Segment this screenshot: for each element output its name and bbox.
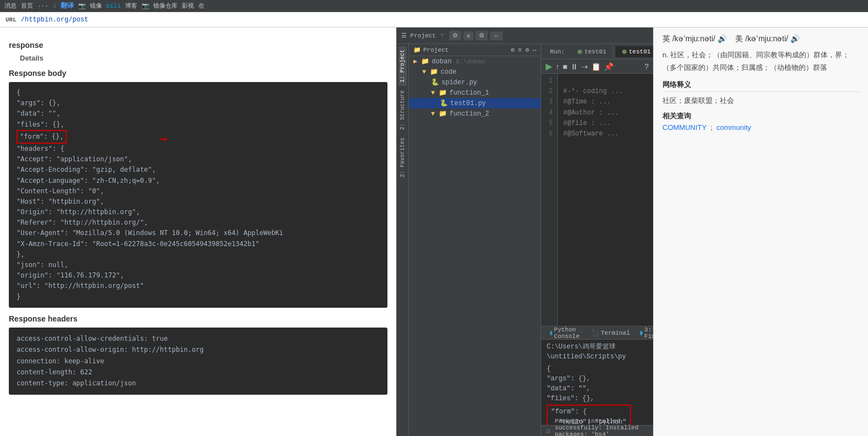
- py-dot-icon: [578, 50, 582, 54]
- code-line: "origin": "116.76.179.172",: [17, 270, 380, 281]
- code-line: "json": null,: [17, 260, 380, 270]
- topbar-item[interactable]: 在: [198, 2, 204, 10]
- run-controls: ▶ ↑ ■ ⏸ ⇢ 📋 📌 ?: [541, 59, 653, 74]
- network-def-text: 社区；废柴联盟；社会: [662, 94, 859, 107]
- related-section: 相关查询: [662, 111, 859, 121]
- editor-content-area: 1 2 3 4 5 6 #-*- coding ... #@Time : ...…: [541, 74, 653, 326]
- code-line: "args": {},: [17, 98, 380, 108]
- translate-icon[interactable]: ↓ 翻译: [53, 1, 74, 10]
- header-line: access-control-allow-credentials: true: [17, 333, 380, 344]
- code-line: "files": {},: [17, 119, 380, 130]
- find-tab[interactable]: 3: Find: [635, 325, 653, 341]
- code-line: "Accept-Encoding": "gzip, deflate",: [17, 165, 380, 175]
- run-line: "data": "",: [547, 384, 648, 394]
- ide-main: 1: Project 2: Structure 2: Favorites 📁 P…: [397, 44, 653, 436]
- run-output-content: C:\Users\鸡哥爱篮球\untitled\Scripts\py { "ar…: [541, 340, 653, 425]
- python-icon: [550, 331, 552, 335]
- run-tab-test01-2[interactable]: test01: [616, 46, 653, 57]
- structure-button[interactable]: ≡: [463, 31, 473, 40]
- phonetic-en: 英 /kəˈmju:nəti/: [662, 34, 715, 43]
- code-line: },: [17, 249, 380, 260]
- tree-test01-py[interactable]: 🐍 test01.py: [409, 98, 541, 108]
- code-line: "data": "",: [17, 108, 380, 119]
- tree-settings-icon[interactable]: ⚙ ≡ ⚙ ↔: [511, 46, 536, 53]
- related-link-community-lower[interactable]: community: [716, 123, 751, 132]
- run-toolbar: Run: test01 test01: [541, 44, 653, 59]
- rerun-button[interactable]: ↑: [556, 62, 559, 71]
- step-over-button[interactable]: 📋: [591, 62, 601, 71]
- code-line: {: [17, 88, 380, 98]
- code-line: "X-Amzn-Trace-Id": "Root=1-62278a3c-0e24…: [17, 239, 380, 249]
- speaker-us-icon[interactable]: 🔊: [790, 34, 800, 43]
- help-button[interactable]: ?: [644, 62, 649, 71]
- main-layout: response Details Response body { "args":…: [0, 28, 868, 436]
- folder-icon-code: ▼ 📁: [422, 68, 438, 76]
- folder-icon-function1: ▼ 📁: [431, 89, 447, 97]
- run-output: Python Console ⬛ Terminal 3: Find 4:: [541, 326, 653, 436]
- code-lines[interactable]: #-*- coding ... #@Time : ... #@Author : …: [558, 74, 653, 326]
- root-name: doban: [432, 58, 451, 66]
- run-tab-test01-1[interactable]: test01: [571, 46, 613, 57]
- stop-button[interactable]: ■: [563, 62, 567, 71]
- step-button[interactable]: ⇢: [581, 62, 588, 71]
- tree-spider-py[interactable]: 🐍 spider.py: [409, 77, 541, 88]
- pin-button[interactable]: 📌: [604, 62, 613, 71]
- settings-button[interactable]: ⚙: [449, 31, 461, 40]
- response-headers-code: access-control-allow-credentials: true a…: [9, 328, 387, 395]
- run-button[interactable]: ▶: [546, 61, 552, 72]
- topbar-item[interactable]: 首页: [21, 2, 33, 10]
- code-line: "Referer": "http://httpbin.org/",: [17, 217, 380, 228]
- status-bar: ☐ Packages installed successfully: Insta…: [541, 425, 653, 436]
- related-link-community-upper[interactable]: COMMUNITY: [662, 123, 707, 132]
- file-name-test01: test01.py: [450, 100, 486, 107]
- code-line: "Content-Length": "0",: [17, 186, 380, 197]
- python-console-tab[interactable]: Python Console: [546, 325, 586, 341]
- topbar-item[interactable]: bili: [106, 3, 121, 9]
- status-text: Packages installed successfully: Install…: [555, 418, 648, 437]
- url-bar: URL /httpbin.org/post: [0, 12, 868, 28]
- line-numbers: 1 2 3 4 5 6: [541, 74, 558, 326]
- topbar-item[interactable]: 📷 镜像仓库: [142, 2, 177, 10]
- code-line: "Host": "httpbin.org",: [17, 197, 380, 207]
- sidebar-tab-structure[interactable]: 2: Structure: [398, 87, 407, 133]
- project-tree: 📁 Project ⚙ ≡ ⚙ ↔ ▶ 📁 doban E:\doban ▼ 📁…: [409, 44, 541, 436]
- gear-button[interactable]: ⚙: [476, 31, 488, 40]
- header-line: content-type: application/json: [17, 378, 380, 389]
- py-dot-icon-active: [622, 50, 627, 54]
- phonetic-line: 英 /kəˈmju:nəti/ 🔊 美 /kəˈmju:nəti/ 🔊: [662, 34, 859, 44]
- word-definition: n. 社区，社会；（由同国籍、同宗教等构成的）群体，界；（多个国家的）共同体；归…: [662, 48, 859, 74]
- related-links: COMMUNITY ; community: [662, 123, 859, 132]
- tree-root[interactable]: ▶ 📁 doban E:\doban: [409, 56, 541, 67]
- code-line: "Accept-Language": "zh-CN,zh;q=0.9",: [17, 176, 380, 186]
- speaker-en-icon[interactable]: 🔊: [718, 34, 727, 43]
- code-line-highlighted: "form": {}, →: [17, 130, 380, 144]
- py-icon-test01: 🐍: [440, 99, 448, 107]
- sidebar-tab-favorites[interactable]: 2: Favorites: [398, 134, 407, 181]
- tree-code-folder[interactable]: ▼ 📁 code: [409, 67, 541, 77]
- ide-panel: ☰ Project ▼ ⚙ ≡ ⚙ ↔ 1: Project 2: Struct…: [397, 28, 653, 436]
- code-line: "headers": {: [17, 144, 380, 154]
- tree-function1-folder[interactable]: ▼ 📁 function_1: [409, 88, 541, 98]
- terminal-icon: ⬛: [591, 329, 599, 336]
- header-line: access-control-allow-origin: http://http…: [17, 344, 380, 355]
- topbar-item[interactable]: 博客: [125, 2, 137, 10]
- tree-function2-folder[interactable]: ▼ 📁 function_2: [409, 108, 541, 119]
- run-line: {: [547, 364, 648, 374]
- run-line: "args": {},: [547, 374, 648, 384]
- pause-button[interactable]: ⏸: [570, 62, 578, 71]
- topbar-item[interactable]: ···: [37, 3, 48, 9]
- status-checkbox: ☐: [547, 427, 551, 434]
- top-browser-bar: 消息 首页 ··· ↓ 翻译 📷 镜像 bili 博客 📷 镜像仓库 影视 在: [0, 0, 868, 12]
- code-editor: Run: test01 test01 ▶ ↑ ■ ⏸ ⇢: [541, 44, 653, 436]
- expand-button[interactable]: ↔: [490, 31, 503, 40]
- details-label: Details: [20, 54, 387, 62]
- code-line: "Origin": "http://httpbin.org",: [17, 207, 380, 217]
- sidebar-tab-project[interactable]: 1: Project: [398, 46, 407, 86]
- topbar-item[interactable]: 📷 镜像: [78, 2, 102, 10]
- tab-label-terminal: Terminal: [601, 330, 630, 336]
- response-body-label: Response body: [9, 69, 387, 78]
- topbar-item[interactable]: 消息: [4, 2, 17, 10]
- dictionary-panel: 英 /kəˈmju:nəti/ 🔊 美 /kəˈmju:nəti/ 🔊 n. 社…: [653, 28, 868, 436]
- terminal-tab[interactable]: ⬛ Terminal: [587, 328, 634, 337]
- topbar-item[interactable]: 影视: [182, 2, 194, 10]
